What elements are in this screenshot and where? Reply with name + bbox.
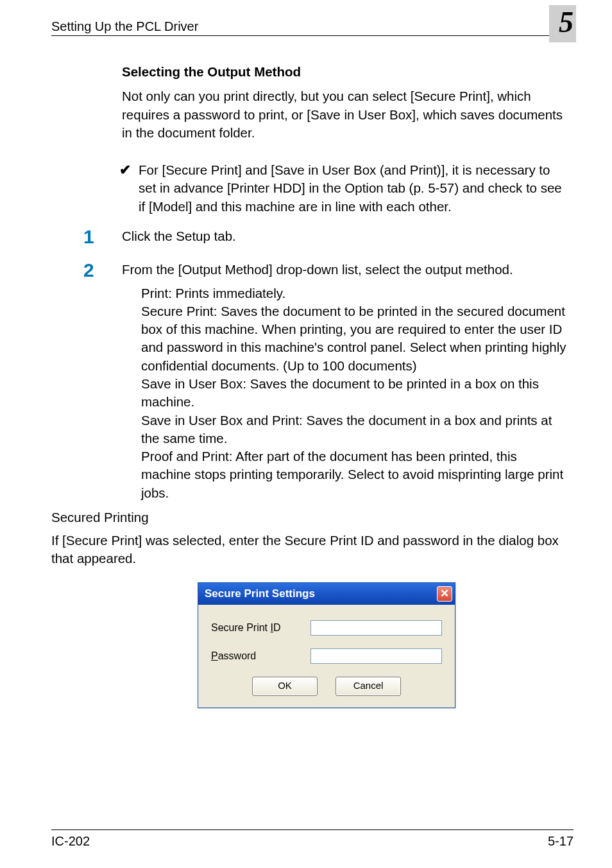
page-header: Setting Up the PCL Driver 5 (51, 19, 574, 36)
secure-print-id-label: Secure Print ID (211, 621, 310, 635)
secure-print-dialog: Secure Print Settings ✕ Secure Print ID (198, 582, 455, 708)
step-number-1: 1 (83, 223, 94, 250)
close-icon: ✕ (440, 588, 449, 599)
prerequisite-note: ✔ For [Secure Print] and [Save in User B… (119, 161, 570, 216)
step-1-text: Click the Setup tab. (122, 227, 570, 245)
footer-page-number: 5-17 (548, 834, 574, 849)
password-label: Password (211, 649, 310, 663)
label-part: D (273, 622, 281, 633)
subheading-output-method: Selecting the Output Method (122, 63, 570, 81)
label-part: assword (218, 650, 257, 661)
page-footer: IC-202 5-17 (51, 829, 574, 849)
intro-paragraph: Not only can you print directly, but you… (122, 87, 570, 142)
ok-button-label: OK (278, 679, 292, 693)
chapter-number: 5 (559, 5, 574, 39)
label-hotkey: P (211, 650, 218, 661)
close-button[interactable]: ✕ (437, 586, 452, 602)
dialog-titlebar: Secure Print Settings ✕ (198, 583, 455, 605)
cancel-button-label: Cancel (353, 679, 384, 693)
cancel-button[interactable]: Cancel (336, 677, 401, 696)
secure-print-id-row: Secure Print ID (211, 620, 442, 636)
dialog-title: Secure Print Settings (205, 586, 437, 601)
prerequisite-text: For [Secure Print] and [Save in User Box… (139, 161, 570, 216)
step-2: 2 From the [Output Method] drop-down lis… (122, 261, 570, 502)
password-row: Password (211, 648, 442, 664)
header-section-title: Setting Up the PCL Driver (51, 19, 198, 34)
step-2-text: From the [Output Method] drop-down list,… (122, 261, 570, 279)
secured-printing-description: If [Secure Print] was selected, enter th… (51, 532, 570, 568)
step-2-details: Print: Prints immediately. Secure Print:… (141, 284, 570, 502)
secure-print-id-input[interactable] (310, 620, 442, 636)
dialog-button-row: OK Cancel (211, 677, 442, 696)
step-number-2: 2 (83, 257, 94, 283)
secured-printing-heading: Secured Printing (51, 508, 570, 526)
footer-model: IC-202 (51, 834, 90, 849)
password-input[interactable] (310, 648, 442, 664)
ok-button[interactable]: OK (252, 677, 318, 696)
dialog-body: Secure Print ID Password OK (198, 605, 455, 707)
step-1: 1 Click the Setup tab. (122, 227, 570, 245)
label-part: Secure Print (211, 622, 270, 633)
checkmark-icon: ✔ (119, 161, 131, 180)
